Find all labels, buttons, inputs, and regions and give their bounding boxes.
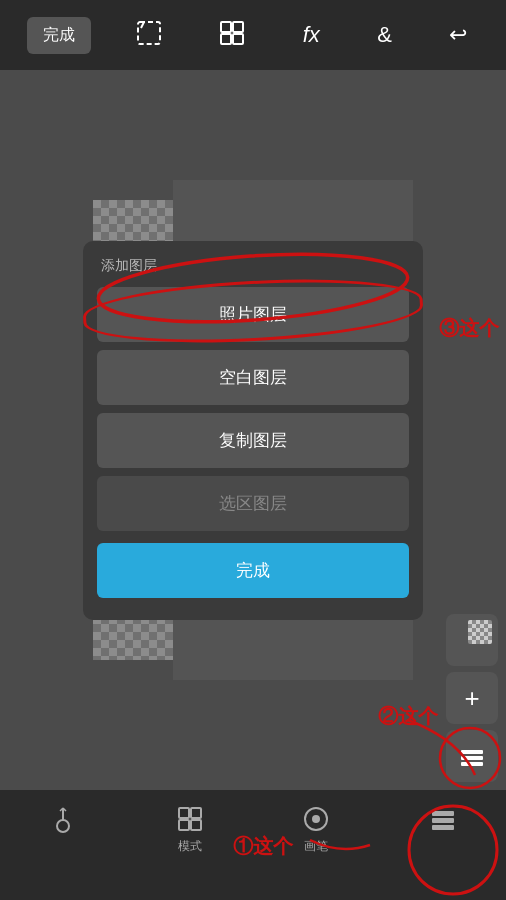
svg-rect-3: [233, 22, 243, 32]
annotation-1-label: ①这个: [233, 833, 293, 860]
svg-rect-19: [432, 811, 454, 816]
modal-confirm-button[interactable]: 完成: [97, 543, 409, 598]
svg-rect-4: [221, 34, 231, 44]
modal-overlay: 添加图层 照片图层 ③这个 空白图层 复制图层 选区图层 完成: [0, 70, 506, 790]
svg-rect-15: [179, 820, 189, 830]
svg-rect-16: [191, 820, 201, 830]
top-toolbar: 完成 fx & ↩: [0, 0, 506, 70]
add-layer-side-button[interactable]: +: [446, 672, 498, 724]
fx-button[interactable]: fx: [291, 14, 332, 56]
svg-rect-21: [432, 825, 454, 830]
annotation-2-label: ②这个: [378, 703, 438, 730]
layers-panel-button[interactable]: [446, 730, 498, 782]
svg-rect-5: [233, 34, 243, 44]
photo-layer-button[interactable]: 照片图层: [97, 287, 409, 342]
mode-button[interactable]: 模式: [175, 804, 205, 855]
eraser-label: 画笔: [304, 838, 328, 855]
svg-rect-20: [432, 818, 454, 823]
eraser-button[interactable]: 画笔: [301, 804, 331, 855]
svg-point-18: [312, 815, 320, 823]
svg-rect-8: [461, 762, 483, 766]
svg-rect-14: [191, 808, 201, 818]
selection-layer-button: 选区图层: [97, 476, 409, 531]
annotation-3-label: ③这个: [439, 315, 499, 342]
copy-layer-button[interactable]: 复制图层: [97, 413, 409, 468]
side-buttons: □ +: [446, 614, 498, 782]
done-button[interactable]: 完成: [27, 17, 91, 54]
blank-layer-button[interactable]: 空白图层: [97, 350, 409, 405]
svg-rect-2: [221, 22, 231, 32]
modal-title: 添加图层: [97, 257, 409, 275]
select-tool-button[interactable]: [124, 12, 174, 59]
layers-thumbnail-button[interactable]: □: [446, 614, 498, 666]
arrange-button[interactable]: [207, 12, 257, 59]
blend-button[interactable]: &: [365, 14, 404, 56]
svg-rect-13: [179, 808, 189, 818]
svg-rect-6: [461, 750, 483, 754]
add-layer-modal: 添加图层 照片图层 ③这个 空白图层 复制图层 选区图层 完成: [83, 241, 423, 620]
mode-label: 模式: [178, 838, 202, 855]
svg-rect-7: [461, 756, 483, 760]
undo-button[interactable]: ↩: [437, 14, 479, 56]
layers-bottom-button[interactable]: [428, 804, 458, 834]
svg-point-9: [57, 820, 69, 832]
brush-tool-button[interactable]: [48, 804, 78, 834]
